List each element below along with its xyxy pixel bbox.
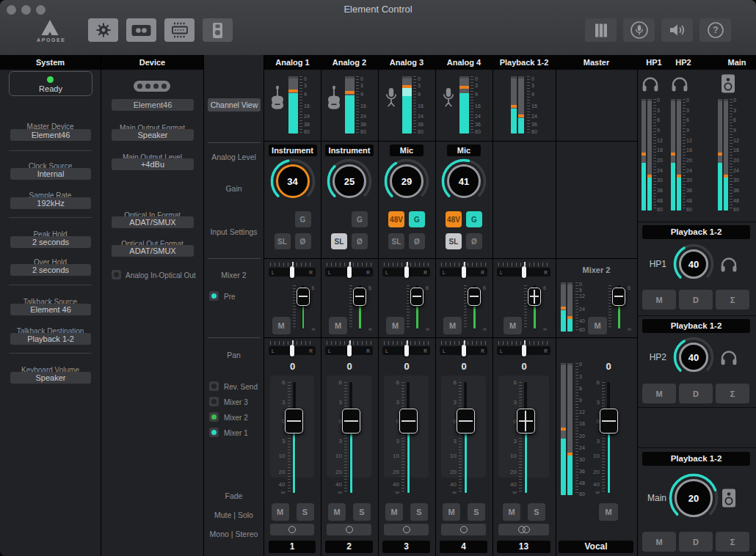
- pan-handle[interactable]: [522, 345, 526, 356]
- mono-stereo-button[interactable]: [270, 524, 314, 535]
- mute-button[interactable]: M: [443, 503, 460, 521]
- hp2-sum-to-mono-button[interactable]: Σ: [716, 384, 749, 403]
- soft-limit-button[interactable]: SL: [331, 233, 347, 249]
- field-value-sample-rate[interactable]: 192kHz: [10, 197, 91, 209]
- input-type-select[interactable]: Instrument: [269, 145, 317, 156]
- pan-handle[interactable]: [347, 345, 352, 356]
- minimize-button[interactable]: [21, 5, 31, 15]
- zoom-button[interactable]: [36, 5, 46, 15]
- phase-button[interactable]: Ø: [295, 233, 311, 249]
- fader-handle[interactable]: [468, 288, 481, 306]
- input-type-select[interactable]: Instrument: [325, 145, 374, 156]
- routing-view-button[interactable]: [164, 18, 195, 42]
- main-sum-to-mono-button[interactable]: Σ: [716, 532, 749, 552]
- pan-slider[interactable]: LR: [497, 268, 550, 277]
- mute-button[interactable]: M: [328, 503, 346, 521]
- main-volume-knob[interactable]: 20: [669, 473, 719, 523]
- checkbox-rev-send[interactable]: [209, 381, 219, 391]
- mono-stereo-button[interactable]: [441, 524, 486, 535]
- field-value-talkback-source[interactable]: Element 46: [10, 304, 91, 315]
- hp1-mute-button[interactable]: M: [642, 290, 676, 310]
- checkbox-mixer-2[interactable]: [209, 412, 219, 422]
- checkbox-pre[interactable]: [209, 291, 219, 301]
- mute-button[interactable]: M: [503, 503, 520, 521]
- group-button[interactable]: G: [409, 211, 425, 227]
- main-dim-button[interactable]: D: [679, 532, 713, 552]
- soft-limit-button[interactable]: SL: [388, 233, 404, 249]
- pan-handle[interactable]: [404, 345, 409, 356]
- gain-knob[interactable]: 29: [384, 158, 429, 204]
- phase-button[interactable]: Ø: [352, 233, 368, 249]
- pan-slider[interactable]: LR: [440, 268, 487, 277]
- field-value-talkback-destination[interactable]: Playback 1-2: [10, 333, 91, 345]
- field-value-master-device[interactable]: Element46: [10, 129, 91, 141]
- group-button[interactable]: G: [295, 211, 311, 227]
- phase-button[interactable]: Ø: [409, 233, 425, 249]
- field-value-main-output-format[interactable]: Speaker: [112, 129, 194, 141]
- pan-handle[interactable]: [347, 266, 352, 278]
- pan-slider[interactable]: LR: [497, 346, 550, 355]
- pan-slider[interactable]: LR: [269, 346, 316, 355]
- fader-handle[interactable]: [600, 409, 618, 434]
- field-value-peak-hold[interactable]: 2 seconds: [10, 236, 91, 248]
- device-view-button[interactable]: [203, 18, 233, 42]
- master-mute-button[interactable]: M: [599, 503, 618, 521]
- channel-view-button[interactable]: Channel View: [208, 98, 261, 111]
- field-value-clock-source[interactable]: Internal: [10, 168, 91, 180]
- solo-button[interactable]: S: [353, 503, 371, 521]
- pan-slider[interactable]: LR: [325, 268, 373, 277]
- field-value-optical-in-format[interactable]: ADAT/SMUX: [112, 216, 194, 228]
- fader-handle[interactable]: [410, 288, 424, 306]
- pan-slider[interactable]: LR: [440, 346, 487, 355]
- hp1-dim-button[interactable]: D: [679, 290, 713, 310]
- channel-name[interactable]: 2: [325, 541, 373, 553]
- mono-stereo-button[interactable]: [384, 524, 429, 535]
- help-button[interactable]: ?: [699, 18, 731, 42]
- pan-handle[interactable]: [462, 266, 466, 278]
- field-value-keyboard-volume[interactable]: Speaker: [10, 372, 91, 384]
- pan-slider[interactable]: LR: [382, 346, 430, 355]
- field-value-optical-out-format[interactable]: ADAT/SMUX: [112, 245, 194, 257]
- phase-button[interactable]: Ø: [466, 233, 482, 249]
- device-selector-icon[interactable]: [134, 81, 170, 92]
- fader-handle[interactable]: [285, 409, 303, 434]
- input-type-select[interactable]: Mic: [390, 145, 424, 156]
- channel-name[interactable]: 4: [440, 541, 487, 553]
- pan-slider[interactable]: LR: [382, 268, 430, 277]
- hp2-volume-knob[interactable]: 40: [673, 337, 714, 378]
- volume-button[interactable]: [661, 18, 693, 42]
- phantom-48v-button[interactable]: 48V: [388, 211, 404, 227]
- close-button[interactable]: [7, 5, 16, 15]
- fader-handle[interactable]: [612, 288, 625, 306]
- stereo-stereo-button[interactable]: [498, 524, 549, 535]
- gain-knob[interactable]: 41: [441, 158, 487, 204]
- fader-handle[interactable]: [517, 409, 535, 434]
- input-type-select[interactable]: Mic: [447, 145, 481, 156]
- mono-stereo-button[interactable]: [327, 524, 371, 535]
- soft-limit-button[interactable]: SL: [446, 233, 462, 249]
- checkbox-mixer-1[interactable]: [209, 428, 219, 437]
- mixer2-master-mute-button[interactable]: M: [588, 317, 607, 334]
- mute-button[interactable]: M: [385, 503, 403, 521]
- channel-name[interactable]: 1: [269, 541, 316, 553]
- hp1-volume-knob[interactable]: 40: [673, 244, 714, 285]
- fader-handle[interactable]: [342, 409, 360, 434]
- output-source-select-main[interactable]: Playback 1-2: [642, 452, 750, 466]
- talkback-button[interactable]: [623, 18, 655, 42]
- fader-handle[interactable]: [353, 288, 366, 306]
- field-value-over-hold[interactable]: 2 seconds: [10, 264, 91, 276]
- fader-handle[interactable]: [297, 288, 310, 306]
- fader-handle[interactable]: [528, 288, 541, 306]
- mute-button[interactable]: M: [272, 503, 289, 521]
- phantom-48v-button[interactable]: 48V: [446, 211, 462, 227]
- pan-handle[interactable]: [290, 266, 294, 278]
- mixer2-mute-button[interactable]: M: [386, 317, 404, 334]
- soft-limit-button[interactable]: SL: [275, 233, 291, 249]
- mixer-view-button[interactable]: [126, 18, 156, 42]
- pan-handle[interactable]: [462, 345, 466, 356]
- fader-handle[interactable]: [399, 409, 418, 434]
- channel-name[interactable]: 3: [382, 541, 430, 553]
- channel-name[interactable]: Vocal: [559, 541, 633, 553]
- pan-slider[interactable]: LR: [269, 268, 316, 277]
- solo-button[interactable]: S: [410, 503, 428, 521]
